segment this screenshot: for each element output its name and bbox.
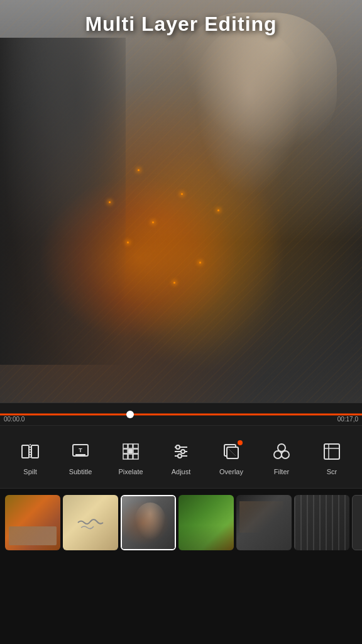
sparkle [109, 201, 111, 203]
svg-rect-7 [128, 444, 133, 448]
media-thumb-portrait[interactable] [121, 495, 176, 550]
tool-overlay[interactable]: Overlay [212, 439, 250, 475]
thumb-film-bg [294, 495, 349, 550]
svg-point-26 [282, 451, 289, 458]
media-thumb-nature[interactable] [178, 495, 234, 550]
svg-rect-9 [123, 449, 128, 453]
svg-rect-13 [128, 454, 133, 459]
preview-title: Multi Layer Editing [0, 13, 362, 36]
timeline-playhead[interactable] [126, 411, 134, 418]
spilt-label: Spilt [23, 468, 36, 475]
film-lines [294, 495, 349, 550]
svg-rect-6 [123, 444, 128, 448]
sparkle [199, 262, 201, 264]
media-thumb-film[interactable] [294, 495, 349, 550]
overlay-icon [219, 439, 244, 464]
add-media-button[interactable]: + [352, 495, 362, 550]
media-thumb-sand[interactable] [63, 495, 118, 550]
pixelate-icon [118, 439, 143, 464]
spilt-icon [18, 439, 43, 464]
tool-adjust[interactable]: Adjust [162, 439, 200, 475]
thumb-portrait-bg [122, 496, 175, 549]
svg-rect-8 [133, 444, 138, 448]
subtitle-icon: T [68, 439, 93, 464]
adjust-icon [168, 439, 194, 464]
scr-icon [319, 439, 344, 464]
pixelate-label: Pixelate [118, 468, 143, 475]
toolbar: Spilt T Subtitle [0, 425, 362, 488]
thumb-desert-bg [5, 495, 60, 550]
svg-rect-14 [133, 454, 138, 459]
overlay-badge [238, 440, 243, 445]
tool-spilt[interactable]: Spilt [11, 439, 49, 475]
tool-pixelate[interactable]: Pixelate [112, 439, 150, 475]
city-lights [38, 176, 239, 340]
svg-point-16 [176, 445, 180, 449]
adjust-label: Adjust [172, 468, 191, 475]
media-thumb-desert[interactable] [5, 495, 60, 550]
svg-rect-27 [324, 444, 339, 459]
subtitle-label: Subtitle [69, 468, 92, 475]
time-end: 00:17,0 [337, 416, 358, 423]
scr-label: Scr [327, 468, 337, 475]
tool-scr[interactable]: Scr [313, 439, 351, 475]
svg-rect-1 [31, 445, 38, 458]
svg-point-18 [181, 450, 185, 453]
time-start: 00:00.0 [4, 416, 25, 423]
svg-rect-11 [133, 449, 138, 453]
sparkle [152, 221, 154, 223]
video-preview[interactable]: Multi Layer Editing [0, 0, 362, 402]
svg-point-24 [278, 444, 285, 452]
filter-label: Filter [274, 468, 289, 475]
tool-subtitle[interactable]: T Subtitle [62, 439, 99, 475]
thumb-sand-bg [63, 495, 118, 550]
svg-text:T: T [79, 447, 82, 453]
timeline-track[interactable] [0, 413, 362, 415]
media-thumb-dark[interactable] [236, 495, 292, 550]
thumb-nature-bg [178, 495, 234, 550]
svg-rect-10 [128, 449, 133, 453]
timeline-bar[interactable]: 00:00.0 00:17,0 [0, 402, 362, 425]
sparkle [138, 169, 140, 171]
overlay-label: Overlay [219, 468, 243, 475]
sparkle [127, 242, 129, 243]
svg-point-25 [274, 451, 282, 458]
thumb-dark-bg [236, 495, 292, 550]
svg-point-20 [178, 454, 182, 458]
svg-rect-0 [22, 445, 29, 458]
tool-filter[interactable]: Filter [263, 439, 300, 475]
svg-rect-12 [123, 454, 128, 459]
sparkle [217, 209, 219, 211]
media-strip: + [0, 488, 362, 556]
filter-icon [269, 439, 294, 464]
